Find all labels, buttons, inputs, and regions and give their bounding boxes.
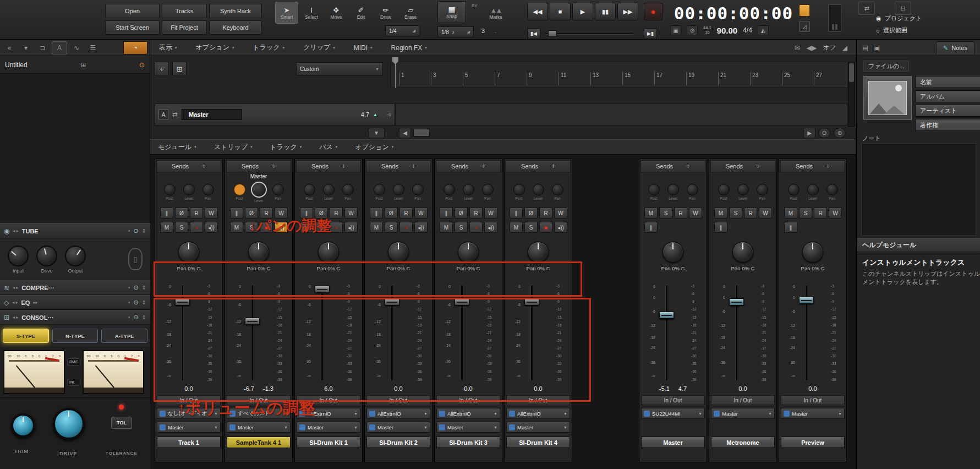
trackview-menu-3[interactable]: クリップ▾ (303, 43, 335, 52)
solo-button[interactable]: S (524, 222, 538, 233)
phase-button[interactable]: Ø (455, 208, 468, 219)
track-preset-dropdown[interactable]: Custom ▼ (296, 62, 383, 75)
collapse-icon[interactable]: « (2, 41, 17, 54)
send-knob-level[interactable]: Level (531, 181, 546, 206)
send-knob-pan[interactable]: Pan (271, 181, 286, 206)
send-knob-level[interactable]: Level (321, 181, 336, 206)
mute-button[interactable]: M (370, 222, 383, 233)
console-menu-0[interactable]: モジュール▾ (158, 143, 196, 152)
send-knob-level[interactable]: Level (251, 181, 266, 206)
input-selector[interactable]: すべてのスト▼ (227, 408, 291, 419)
smart-tool[interactable]: ➤Smart (275, 2, 298, 24)
pan-knob[interactable] (272, 184, 284, 195)
rewind-button[interactable]: ◀◀ (527, 3, 548, 20)
output-selector[interactable]: Master▼ (436, 422, 500, 433)
pan-knob[interactable] (482, 184, 494, 195)
post-knob[interactable] (164, 184, 176, 195)
interleave-icon[interactable]: ∥ (300, 208, 313, 219)
toolbar-button-tracks[interactable]: Tracks (162, 4, 207, 18)
strip-name[interactable]: Preview (781, 437, 845, 448)
master-track-header[interactable]: A ⇄ Master 4.7 ▲ -6 (155, 103, 395, 126)
output-selector[interactable]: SU22U44MI▼ (641, 408, 705, 419)
collapse-icon[interactable]: ⇕ (142, 299, 146, 306)
power-icon[interactable]: ⊙ (133, 299, 138, 306)
interleave-icon[interactable]: ∥ (370, 208, 383, 219)
module-header-console-emulator[interactable]: ⊞ ◂ ▸ CONSOL··· • ⊙ ⇕ (0, 310, 150, 325)
mute-button[interactable]: M (644, 208, 658, 219)
trim-knob[interactable] (11, 413, 35, 438)
pan-knob[interactable] (318, 242, 339, 263)
level-knob[interactable] (737, 184, 749, 195)
add-track-button[interactable]: + (155, 62, 169, 76)
collapse-icon[interactable]: ⇕ (142, 285, 146, 291)
play-button[interactable]: ▶ (572, 3, 593, 20)
interleave-icon[interactable]: ∥ (644, 222, 658, 233)
solo-button[interactable]: S (385, 222, 398, 233)
module-header-compressor[interactable]: ≋ ◂ ▸ COMPRE··· • ⊙ ⇕ (0, 280, 150, 295)
magnet-icon[interactable]: ▣ (874, 44, 880, 52)
phase-button[interactable]: Ø (524, 208, 538, 219)
output-selector[interactable]: Master▼ (297, 422, 360, 433)
waveform-icon[interactable]: ∿ (69, 41, 84, 54)
write-button[interactable]: W (414, 208, 428, 219)
fader-handle[interactable] (385, 298, 399, 306)
trackview-menu-0[interactable]: 表示▾ (159, 43, 177, 52)
bypass-dot-icon[interactable]: • (128, 285, 130, 291)
fader-handle[interactable] (799, 297, 814, 304)
file-field-label[interactable]: アーティスト (916, 105, 980, 116)
pan-knob[interactable] (528, 242, 549, 263)
pan-knob[interactable] (342, 184, 354, 195)
power-icon[interactable]: ⊙ (133, 227, 138, 234)
sync-clock-icon[interactable]: ◔ (123, 41, 147, 54)
drive-knob[interactable] (53, 408, 85, 440)
send-knob-post[interactable]: Post (442, 181, 457, 206)
pan-knob[interactable] (732, 242, 753, 263)
add-send-button[interactable]: + (826, 162, 830, 170)
mute-button[interactable]: M (440, 222, 453, 233)
pan-knob[interactable] (663, 242, 683, 263)
level-knob[interactable] (533, 184, 544, 195)
record-arm-button[interactable]: ● (330, 222, 343, 233)
send-knob-pan[interactable]: Pan (825, 181, 840, 206)
interleave-icon[interactable]: ∥ (440, 208, 453, 219)
scroll-left-icon[interactable]: ◀ (399, 128, 411, 138)
interleave-icon[interactable]: ∥ (230, 208, 243, 219)
level-knob[interactable] (807, 184, 819, 195)
trackview-menu-1[interactable]: オプション▾ (196, 43, 234, 52)
move-tool[interactable]: ✥Move (325, 2, 348, 24)
power-icon[interactable]: ⊙ (139, 61, 145, 69)
envelope-icon[interactable]: ✉ (795, 44, 800, 52)
solo-button[interactable]: S (659, 208, 672, 219)
erase-tool[interactable]: ▱Erase (399, 2, 422, 24)
send-knob-post[interactable]: Post (232, 181, 247, 206)
strip-name[interactable]: Metronome (711, 437, 775, 448)
add-send-button[interactable]: + (342, 162, 346, 170)
input-echo-button[interactable]: ◂)) (205, 222, 218, 233)
solo-button[interactable]: S (455, 222, 468, 233)
strip-name[interactable]: Track 1 (157, 437, 221, 448)
console-type-a-type[interactable]: A-TYPE (101, 329, 147, 343)
post-knob[interactable] (444, 184, 455, 195)
draw-tool[interactable]: ✏Draw (374, 2, 397, 24)
duplicate-track-button[interactable]: ⊞ (172, 62, 187, 76)
gain-up-icon[interactable]: ▲ (373, 112, 377, 117)
phase-button[interactable]: Ø (315, 208, 328, 219)
pan-knob[interactable] (802, 242, 823, 263)
vertical-scrollbar-handle[interactable] (849, 63, 854, 82)
write-button[interactable]: W (759, 208, 772, 219)
add-send-button[interactable]: + (756, 162, 760, 170)
trackview-menu-2[interactable]: トラック▾ (253, 43, 284, 52)
snap-resolution-dropdown[interactable]: 1/8 ♪ ◢ (437, 26, 474, 37)
scope-selection-radio[interactable]: ○ 選択範囲 (876, 26, 907, 35)
fader-handle[interactable] (659, 312, 674, 319)
input-echo-button[interactable]: ◂)) (344, 222, 358, 233)
tube-output-knob[interactable]: Output (65, 246, 86, 274)
power-icon[interactable]: ⊙ (133, 314, 138, 321)
tube-input-knob[interactable]: Input (8, 246, 29, 274)
add-send-button[interactable]: + (412, 162, 415, 170)
expand-icons[interactable]: ▸▸ (33, 300, 37, 305)
track-index-chip[interactable]: A (158, 110, 168, 119)
fader-handle[interactable] (245, 318, 260, 325)
strip-name[interactable]: SI-Drum Kit 2 (366, 437, 430, 448)
level-knob[interactable] (251, 182, 267, 198)
